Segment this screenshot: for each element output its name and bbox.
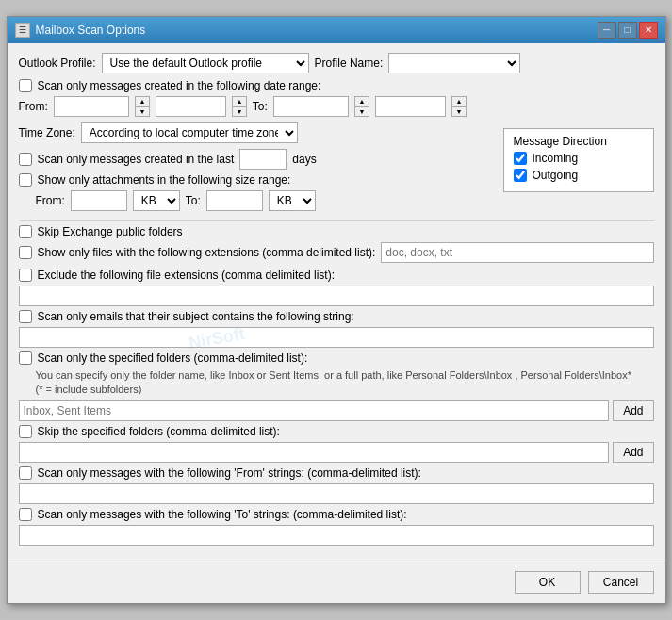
incoming-row: Incoming — [514, 152, 644, 165]
skip-exchange-checkbox[interactable] — [19, 225, 32, 238]
skip-folders-row: Skip the specified folders (comma-delimi… — [19, 425, 654, 438]
attachments-checkbox[interactable] — [19, 173, 32, 187]
profile-name-select[interactable] — [388, 53, 520, 73]
skip-folders-label: Skip the specified folders (comma-delimi… — [38, 425, 280, 438]
from-date-input[interactable]: 3/ 1/2013 — [54, 96, 129, 117]
from-strings-input[interactable] — [19, 483, 654, 504]
timezone-select[interactable]: According to local computer time zone — [81, 122, 298, 143]
to-date-spinner: ▲ ▼ — [354, 96, 369, 117]
scan-last-label: Scan only messages created in the last — [38, 153, 235, 166]
cancel-button[interactable]: Cancel — [588, 571, 654, 594]
titlebar: ☰ Mailbox Scan Options ─ □ ✕ — [8, 17, 665, 43]
from-time-input[interactable]: 12:00:00 A — [156, 96, 226, 117]
from-date-label: From: — [19, 100, 48, 113]
from-time-up[interactable]: ▲ — [232, 96, 247, 106]
ok-button[interactable]: OK — [515, 571, 581, 594]
message-direction-section: Message Direction Incoming Outgoing — [503, 122, 654, 217]
message-direction-box: Message Direction Incoming Outgoing — [503, 128, 654, 192]
size-from-unit[interactable]: KB MB — [133, 190, 180, 211]
scan-folders-row: Scan only the specified folders (comma-d… — [19, 351, 654, 365]
exclude-extensions-row: Exclude the following file extensions (c… — [19, 269, 654, 282]
from-time-down[interactable]: ▼ — [232, 106, 247, 117]
titlebar-buttons: ─ □ ✕ — [598, 22, 658, 39]
titlebar-left: ☰ Mailbox Scan Options — [15, 23, 146, 38]
to-time-input[interactable]: 12:00:00 A — [375, 96, 446, 117]
window-title: Mailbox Scan Options — [36, 24, 146, 37]
to-strings-input[interactable] — [19, 525, 654, 546]
scan-folders-input-row: Add — [19, 400, 654, 421]
timezone-direction-area: Time Zone: According to local computer t… — [19, 122, 654, 217]
skip-folders-input-row: Add — [19, 442, 654, 463]
window-icon: ☰ — [15, 23, 30, 38]
outgoing-row: Outgoing — [514, 169, 644, 182]
left-section: Time Zone: According to local computer t… — [19, 122, 494, 217]
from-strings-row: Scan only messages with the following 'F… — [19, 466, 654, 480]
incoming-checkbox[interactable] — [514, 152, 527, 165]
bottom-buttons: OK Cancel — [8, 563, 665, 603]
to-time-down[interactable]: ▼ — [451, 106, 467, 117]
outlook-profile-label: Outlook Profile: — [19, 57, 96, 70]
subject-checkbox[interactable] — [19, 310, 32, 323]
scan-folders-add-button[interactable]: Add — [613, 400, 653, 421]
show-extensions-label: Show only files with the following exten… — [38, 246, 376, 259]
to-strings-checkbox[interactable] — [19, 508, 32, 521]
incoming-label: Incoming — [533, 152, 579, 165]
size-to-label: To: — [186, 194, 201, 207]
subject-input[interactable] — [19, 327, 654, 348]
date-range-label: Scan only messages created in the follow… — [38, 79, 321, 92]
outlook-profile-row: Outlook Profile: Use the default Outlook… — [19, 53, 654, 73]
from-date-up[interactable]: ▲ — [135, 96, 150, 106]
size-to-unit[interactable]: KB MB — [269, 190, 316, 211]
from-date-spinner: ▲ ▼ — [135, 96, 150, 117]
size-from-label: From: — [36, 194, 65, 207]
main-window: ☰ Mailbox Scan Options ─ □ ✕ Outlook Pro… — [7, 16, 666, 605]
size-to-input[interactable]: 1000 — [206, 190, 263, 211]
dialog-content: Outlook Profile: Use the default Outlook… — [8, 43, 665, 560]
message-direction-title: Message Direction — [514, 135, 644, 148]
to-time-spinner: ▲ ▼ — [451, 96, 467, 117]
show-extensions-checkbox[interactable] — [19, 246, 32, 259]
from-strings-label: Scan only messages with the following 'F… — [38, 466, 421, 480]
size-row: From: 0 KB MB To: 1000 KB MB — [19, 190, 494, 211]
subject-label: Scan only emails that their subject cont… — [38, 310, 354, 323]
outlook-profile-select[interactable]: Use the default Outlook profile — [102, 53, 309, 73]
show-extensions-row: Show only files with the following exten… — [19, 242, 654, 263]
skip-folders-input[interactable] — [19, 442, 610, 463]
skip-exchange-row: Skip Exchange public folders — [19, 225, 654, 238]
scan-folders-help: You can specify only the folder name, li… — [36, 368, 654, 398]
skip-folders-add-button[interactable]: Add — [613, 442, 653, 463]
scan-folders-input[interactable] — [19, 400, 610, 421]
skip-exchange-label: Skip Exchange public folders — [38, 225, 183, 238]
from-date-down[interactable]: ▼ — [135, 106, 150, 117]
from-time-spinner: ▲ ▼ — [232, 96, 247, 117]
subject-row: Scan only emails that their subject cont… — [19, 310, 654, 323]
to-time-up[interactable]: ▲ — [451, 96, 467, 106]
close-button[interactable]: ✕ — [639, 22, 658, 39]
to-date-down[interactable]: ▼ — [354, 106, 369, 117]
from-strings-checkbox[interactable] — [19, 466, 32, 480]
skip-folders-checkbox[interactable] — [19, 425, 32, 438]
minimize-button[interactable]: ─ — [598, 22, 616, 39]
days-input[interactable]: 5 — [239, 149, 287, 170]
scan-folders-checkbox[interactable] — [19, 351, 32, 365]
days-label: days — [292, 153, 316, 166]
attachments-row: Show only attachments in the following s… — [19, 173, 494, 187]
exclude-extensions-input[interactable] — [19, 286, 654, 306]
attachments-label: Show only attachments in the following s… — [38, 173, 291, 187]
scan-last-row: Scan only messages created in the last 5… — [19, 149, 494, 170]
to-date-input[interactable]: 4/ 1/2013 — [273, 96, 349, 117]
exclude-extensions-label: Exclude the following file extensions (c… — [38, 269, 335, 282]
outgoing-checkbox[interactable] — [514, 169, 527, 182]
scan-last-checkbox[interactable] — [19, 153, 32, 166]
show-extensions-input[interactable] — [381, 242, 653, 263]
to-strings-label: Scan only messages with the following 'T… — [38, 508, 407, 521]
exclude-extensions-checkbox[interactable] — [19, 269, 32, 282]
scan-folders-label: Scan only the specified folders (comma-d… — [38, 351, 308, 365]
outgoing-label: Outgoing — [533, 169, 579, 182]
to-strings-row: Scan only messages with the following 'T… — [19, 508, 654, 521]
date-inputs-row: From: 3/ 1/2013 ▲ ▼ 12:00:00 A ▲ ▼ To: 4… — [19, 96, 654, 117]
size-from-input[interactable]: 0 — [71, 190, 127, 211]
maximize-button[interactable]: □ — [618, 22, 637, 39]
to-date-up[interactable]: ▲ — [354, 96, 369, 106]
date-range-checkbox[interactable] — [19, 79, 32, 92]
